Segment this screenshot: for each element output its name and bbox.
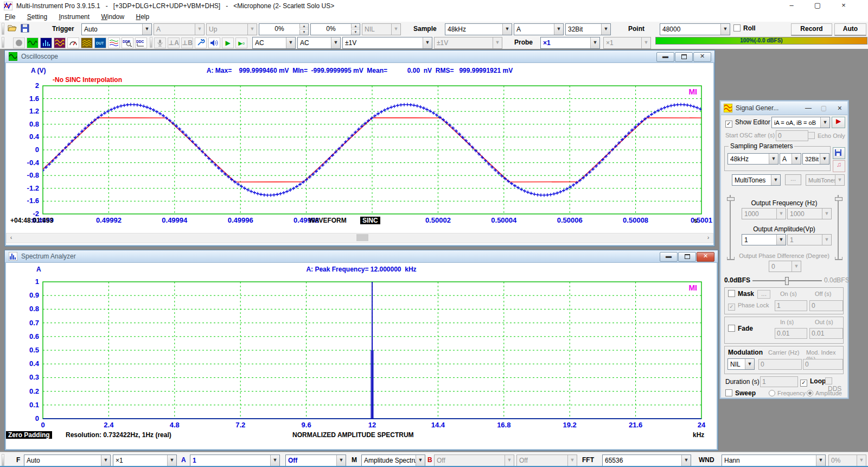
output-level-a-slider[interactable] <box>726 195 734 260</box>
trigger-mode-select[interactable]: Auto▼ <box>81 23 152 35</box>
dbfs-left-label: 0.0dBFS <box>724 276 750 284</box>
fft-size-select[interactable]: 65536▼ <box>602 455 691 466</box>
trigger-level-spinner[interactable]: 0%▲▼ <box>259 23 309 35</box>
toolbar-grip[interactable] <box>2 23 4 35</box>
menu-instrument[interactable]: Instrument <box>54 12 94 22</box>
option-a-select[interactable]: Off▼ <box>285 455 346 466</box>
bit-depth-select[interactable]: 32Bit▼ <box>565 23 611 35</box>
scroll-left-icon[interactable]: ‹ <box>7 234 16 242</box>
panel-minimize-button[interactable]: ▬ <box>656 52 674 62</box>
menu-window[interactable]: Window <box>96 12 129 22</box>
mode-select[interactable]: Amplitude Spectrum▼ <box>361 455 425 466</box>
spectrum-3d-plot-icon[interactable] <box>81 37 93 48</box>
oscilloscope-plot: 21.61.20.80.40-0.4-0.8-1.2-1.6-20.49990.… <box>5 62 714 232</box>
x-tick-label: 0.50004 <box>491 216 517 224</box>
signal-generator-icon[interactable] <box>54 37 66 48</box>
y-tick-label: 1.6 <box>29 94 39 103</box>
range-a-select[interactable]: ±1V▼ <box>342 37 432 49</box>
multitones-browse-button[interactable]: ... <box>785 174 801 185</box>
minimize-button[interactable]: — <box>805 102 812 115</box>
run-loop-icon[interactable]: ▶o <box>235 37 247 48</box>
multimeter-icon[interactable] <box>67 37 79 48</box>
gen-sampling-rate-select[interactable]: 48kHz▼ <box>727 153 778 165</box>
ddc-icon[interactable]: DDC <box>135 37 147 48</box>
spectrum-analyzer-icon[interactable] <box>40 37 52 48</box>
sweep-checkbox[interactable]: Sweep <box>725 389 756 397</box>
frequency-multiplier-select[interactable]: ×1▼ <box>113 455 177 466</box>
menu-help[interactable]: Help <box>131 12 155 22</box>
waveform-a-select[interactable]: MultiTones▼ <box>732 174 781 186</box>
mask-checkbox[interactable]: Mask <box>728 290 754 298</box>
sinc-badge[interactable]: SINC <box>360 217 380 224</box>
menu-setting[interactable]: Setting <box>22 12 52 22</box>
panel-title: Spectrum Analyzer <box>21 253 76 260</box>
data-parameter-viewer-icon[interactable]: DDP <box>122 37 133 48</box>
y-tick-label: 0.4 <box>29 132 40 141</box>
chevron-down-icon: ▼ <box>820 154 829 164</box>
gen-bit-depth-select[interactable]: 32Bit▼ <box>802 153 829 165</box>
toolbar-grip[interactable] <box>2 37 4 48</box>
gain-a-select[interactable]: 1▼ <box>190 455 280 466</box>
sampling-parameters-group: Sampling Parameters 48kHz▼ A▼ 32Bit▼ <box>724 146 831 171</box>
derived-data-curve-icon[interactable] <box>108 37 120 48</box>
x-tick-label: 14.4 <box>431 421 445 429</box>
music-notation-button[interactable]: ♫ <box>833 160 845 172</box>
trigger-delay-spinner[interactable]: 0%▲▼ <box>310 23 360 35</box>
phase-lock-checkbox: ✓Phase Lock <box>728 301 769 311</box>
oscilloscope-title-bar[interactable]: Oscilloscope ▬ ✕ <box>5 51 714 63</box>
open-file-icon[interactable] <box>8 24 17 33</box>
save-signal-button[interactable] <box>833 147 845 159</box>
coupling-a-select[interactable]: AC▼ <box>252 37 296 49</box>
chevron-down-icon: ▼ <box>554 24 563 35</box>
generator-run-button[interactable]: ▶ <box>832 117 845 128</box>
scrollbar-thumb[interactable] <box>356 234 368 241</box>
modulation-label: Modulation <box>728 349 763 356</box>
signal-generator-title-bar[interactable]: Signal Gener... — ▢ × <box>721 102 847 115</box>
panel-restore-button[interactable] <box>678 252 696 262</box>
coupling-b-select[interactable]: AC▼ <box>297 37 341 49</box>
mask-off-label: Off (s) <box>815 291 831 297</box>
spectrum-title-bar[interactable]: Spectrum Analyzer ▬ ✕ <box>5 250 718 263</box>
modulation-select[interactable]: NIL▼ <box>727 358 755 370</box>
menu-file[interactable]: File <box>0 12 20 22</box>
maximize-button[interactable]: ▢ <box>805 0 831 11</box>
gen-channel-select[interactable]: A▼ <box>780 153 801 165</box>
oscilloscope-icon[interactable] <box>27 37 39 48</box>
show-editor-checkbox[interactable]: ✓Show Editor <box>725 118 770 128</box>
chevron-down-icon: ▼ <box>745 359 754 369</box>
loop-checkbox[interactable]: ✓Loop <box>800 377 826 387</box>
balance-slider-thumb[interactable] <box>785 277 789 285</box>
oscilloscope-hscrollbar[interactable]: ‹ › <box>6 233 713 243</box>
scroll-right-icon[interactable]: › <box>704 234 713 242</box>
probe-a-select[interactable]: ×1▼ <box>540 37 600 49</box>
sampling-rate-select[interactable]: 48kHz▼ <box>445 23 512 35</box>
panel-restore-button[interactable] <box>675 52 693 62</box>
panel-close-button[interactable]: ✕ <box>697 252 714 262</box>
routing-select[interactable]: iA = oA, iB = oB▼ <box>771 117 830 128</box>
x-tick-label: 9.6 <box>302 421 311 429</box>
panel-close-button[interactable]: ✕ <box>693 52 711 62</box>
amplitude-a-select[interactable]: 1▼ <box>742 234 786 245</box>
record-button[interactable]: Record <box>791 23 832 36</box>
device-test-plan-icon[interactable]: DUT <box>94 37 106 48</box>
auto-button[interactable]: Auto <box>834 23 866 36</box>
output-level-b-slider[interactable] <box>834 195 842 260</box>
chevron-down-icon: ▼ <box>835 175 844 185</box>
spin-up-icon: ▲ <box>351 24 360 29</box>
save-icon[interactable] <box>21 24 29 33</box>
sampling-channel-select[interactable]: A▼ <box>514 23 564 35</box>
calibration-icon[interactable] <box>195 37 207 48</box>
sound-output-icon[interactable] <box>208 37 220 48</box>
zero-padding-badge[interactable]: Zero Padding <box>6 431 52 439</box>
close-button[interactable]: × <box>838 102 842 115</box>
panel-minimize-button[interactable]: ▬ <box>660 252 678 262</box>
roll-checkbox[interactable]: Roll <box>733 24 756 32</box>
minimize-button[interactable]: – <box>778 0 805 11</box>
window-function-select[interactable]: Hann▼ <box>722 455 826 466</box>
record-length-select[interactable]: 48000▼ <box>660 23 730 35</box>
fade-checkbox[interactable]: Fade <box>728 325 753 332</box>
close-button[interactable]: × <box>831 0 857 11</box>
run-icon[interactable]: ▶ <box>222 37 234 48</box>
toolbar-grip[interactable] <box>2 454 4 466</box>
frequency-axis-select[interactable]: Auto▼ <box>24 455 111 466</box>
